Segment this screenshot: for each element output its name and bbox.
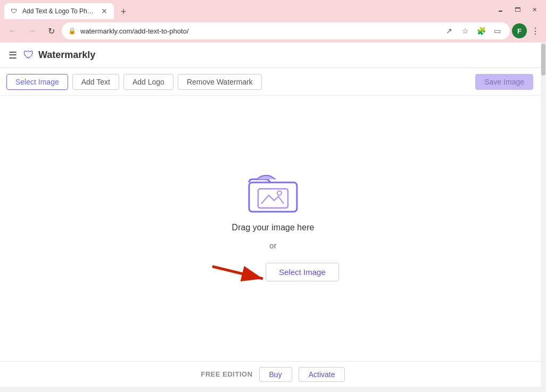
lock-icon: 🔒 bbox=[68, 27, 76, 35]
tab-favicon: 🛡 bbox=[11, 7, 18, 15]
forward-button[interactable]: → bbox=[23, 22, 40, 39]
tab-close-button[interactable]: ✕ bbox=[101, 7, 107, 15]
window-controls: 🗕 🗖 ✕ bbox=[493, 2, 542, 17]
close-button[interactable]: ✕ bbox=[527, 2, 542, 17]
remove-watermark-button[interactable]: Remove Watermark bbox=[178, 74, 262, 90]
bookmark-icon[interactable]: ☆ bbox=[459, 24, 471, 37]
share-icon[interactable]: ↗ bbox=[443, 24, 456, 37]
brand-name: Watermarkly bbox=[38, 49, 95, 61]
svg-point-2 bbox=[277, 191, 282, 195]
maximize-button[interactable]: 🗖 bbox=[510, 2, 525, 17]
footer: FREE EDITION Buy Activate bbox=[0, 361, 546, 387]
brand: 🛡 Watermarkly bbox=[23, 49, 95, 61]
profile-button[interactable]: F bbox=[512, 23, 527, 38]
svg-rect-1 bbox=[258, 189, 288, 208]
scrollbar-thumb[interactable] bbox=[541, 44, 545, 76]
drag-text: Drag your image here bbox=[232, 223, 315, 232]
add-text-button[interactable]: Add Text bbox=[72, 74, 119, 90]
add-logo-button[interactable]: Add Logo bbox=[123, 74, 173, 90]
or-text: or bbox=[269, 241, 276, 250]
red-arrow-icon bbox=[207, 258, 271, 285]
split-view-icon[interactable]: ▭ bbox=[491, 24, 503, 37]
buy-button[interactable]: Buy bbox=[259, 367, 292, 382]
select-image-toolbar-button[interactable]: Select Image bbox=[6, 74, 68, 90]
back-button[interactable]: ← bbox=[4, 22, 21, 39]
title-bar: 🛡 Add Text & Logo To Photo On... ✕ + 🗕 🗖… bbox=[0, 0, 546, 19]
activate-button[interactable]: Activate bbox=[299, 367, 345, 382]
new-tab-button[interactable]: + bbox=[116, 4, 131, 19]
address-bar: ← → ↻ 🔒 watermarkly.com/add-text-to-phot… bbox=[0, 19, 546, 43]
tab-title: Add Text & Logo To Photo On... bbox=[22, 7, 97, 15]
bottom-scrollbar[interactable] bbox=[0, 387, 546, 392]
refresh-button[interactable]: ↻ bbox=[43, 22, 60, 39]
tab-area: 🛡 Add Text & Logo To Photo On... ✕ + bbox=[4, 0, 491, 19]
extensions-icon[interactable]: 🧩 bbox=[475, 24, 487, 37]
active-tab[interactable]: 🛡 Add Text & Logo To Photo On... ✕ bbox=[4, 3, 114, 19]
brand-shield-icon: 🛡 bbox=[23, 49, 34, 61]
toolbar: Select Image Add Text Add Logo Remove Wa… bbox=[0, 68, 546, 96]
page-content: ☰ 🛡 Watermarkly Select Image Add Text Ad… bbox=[0, 43, 546, 392]
url-text: watermarkly.com/add-text-to-photo/ bbox=[80, 27, 439, 35]
svg-line-4 bbox=[212, 266, 263, 279]
minimize-button[interactable]: 🗕 bbox=[493, 2, 508, 17]
scrollbar[interactable] bbox=[541, 43, 546, 392]
drop-zone[interactable]: Drag your image here or Select Image bbox=[207, 172, 339, 285]
hamburger-menu-button[interactable]: ☰ bbox=[9, 49, 17, 61]
address-actions: ↗ ☆ 🧩 ▭ bbox=[443, 24, 503, 37]
browser-menu-button[interactable]: ⋮ bbox=[529, 24, 542, 37]
browser-window: 🛡 Add Text & Logo To Photo On... ✕ + 🗕 🗖… bbox=[0, 0, 546, 392]
save-image-button[interactable]: Save Image bbox=[475, 74, 533, 90]
address-bar-input[interactable]: 🔒 watermarkly.com/add-text-to-photo/ ↗ ☆… bbox=[62, 22, 510, 39]
select-image-main-button[interactable]: Select Image bbox=[266, 263, 339, 281]
main-area: Drag your image here or Select Image bbox=[0, 96, 546, 361]
navbar: ☰ 🛡 Watermarkly bbox=[0, 43, 546, 68]
free-edition-label: FREE EDITION bbox=[201, 370, 253, 378]
upload-icon bbox=[246, 172, 300, 214]
